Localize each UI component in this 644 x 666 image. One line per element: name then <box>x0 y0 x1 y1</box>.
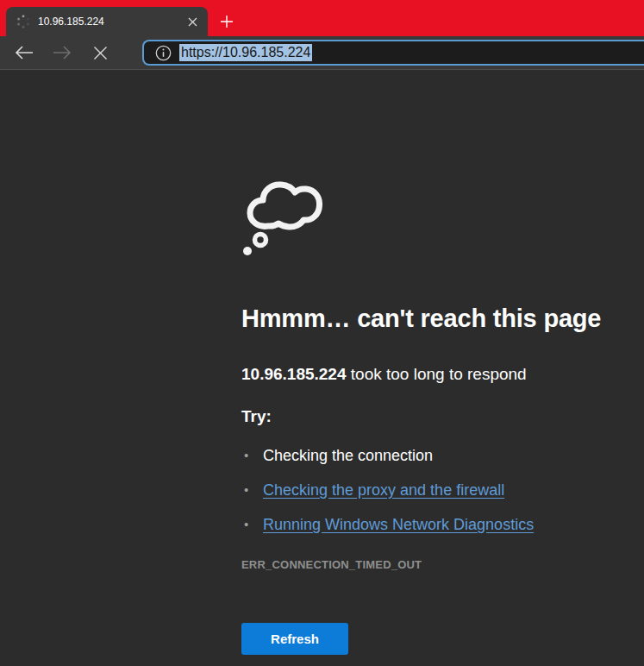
browser-tab[interactable]: 10.96.185.224 <box>6 7 208 36</box>
stop-button[interactable] <box>90 42 110 63</box>
error-message-text: took too long to respond <box>347 365 527 383</box>
forward-arrow-icon <box>53 45 72 60</box>
tab-title: 10.96.185.224 <box>38 16 184 28</box>
suggestion-item: • Checking the connection <box>241 446 610 465</box>
suggestion-item: • Running Windows Network Diagnostics <box>241 515 610 534</box>
bullet-icon: • <box>244 446 248 465</box>
plus-icon <box>220 15 234 28</box>
page-title: Hmmm… can't reach this page <box>241 305 610 333</box>
refresh-button[interactable]: Refresh <box>241 623 348 655</box>
new-tab-button[interactable] <box>216 10 238 33</box>
try-label: Try: <box>241 406 610 427</box>
error-code: ERR_CONNECTION_TIMED_OUT <box>241 558 610 571</box>
back-button[interactable] <box>14 42 34 63</box>
address-bar[interactable]: https://10.96.185.224 <box>142 40 644 66</box>
url-text-selected: https://10.96.185.224 <box>179 44 312 61</box>
forward-button[interactable] <box>52 42 72 63</box>
suggestion-item: • Checking the proxy and the firewall <box>241 481 610 500</box>
loading-spinner-icon <box>16 15 30 28</box>
error-host: 10.96.185.224 <box>241 365 347 383</box>
site-info-button[interactable] <box>153 43 172 62</box>
browser-window: 10.96.185.224 <box>0 0 644 666</box>
suggestion-text: Checking the connection <box>263 447 433 464</box>
suggestion-list: • Checking the connection • Checking the… <box>241 446 610 534</box>
stop-icon <box>93 46 108 60</box>
back-arrow-icon <box>15 45 34 60</box>
error-page: Hmmm… can't reach this page 10.96.185.22… <box>0 70 644 666</box>
bullet-icon: • <box>244 515 248 534</box>
info-icon <box>155 45 172 61</box>
network-diagnostics-link[interactable]: Running Windows Network Diagnostics <box>263 516 534 533</box>
navigation-toolbar: https://10.96.185.224 <box>0 36 644 69</box>
tab-strip: 10.96.185.224 <box>0 0 644 36</box>
close-icon <box>188 17 197 27</box>
bullet-icon: • <box>244 481 248 500</box>
proxy-firewall-link[interactable]: Checking the proxy and the firewall <box>263 481 504 499</box>
tab-close-button[interactable] <box>184 13 201 30</box>
error-message: 10.96.185.224 took too long to respond <box>241 364 610 385</box>
thought-cloud-icon <box>241 174 610 255</box>
